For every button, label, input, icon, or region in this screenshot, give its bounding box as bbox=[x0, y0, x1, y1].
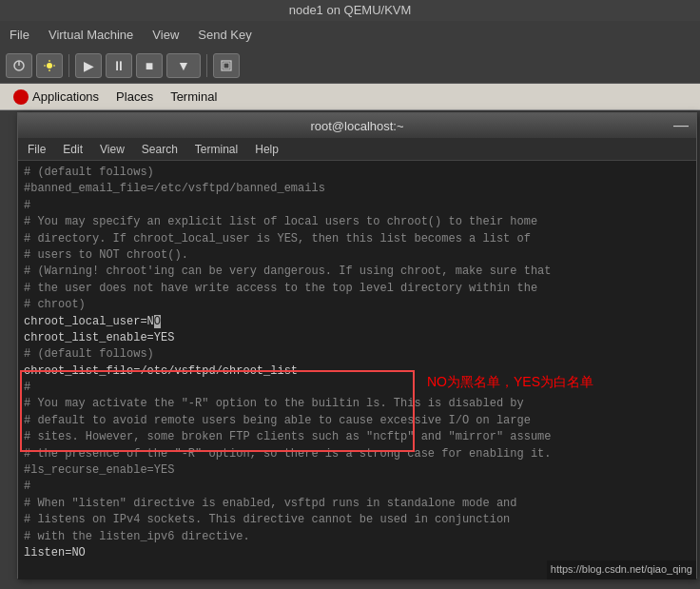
toolbar-sep1 bbox=[68, 54, 69, 77]
annotation-text: NO为黑名单，YES为白名单 bbox=[427, 372, 593, 391]
terminal-line: chroot_local_user=NO bbox=[24, 314, 690, 330]
terminal-line: # bbox=[24, 198, 690, 214]
terminal-menubar: File Edit View Search Terminal Help bbox=[18, 138, 696, 161]
tb-play[interactable]: ▶ bbox=[75, 53, 102, 78]
terminal-line: # listens on IPv4 sockets. This directiv… bbox=[24, 512, 690, 528]
host-menu: File Virtual Machine View Send Key bbox=[0, 21, 700, 48]
app-bar-terminal-label: Terminal bbox=[170, 89, 217, 104]
svg-rect-8 bbox=[224, 63, 229, 69]
toolbar: ▶ ⏸ ■ ▼ bbox=[0, 48, 700, 84]
watermark: https://blog.csdn.net/qiao_qing bbox=[547, 560, 696, 579]
terminal-line: # chroot) bbox=[24, 297, 690, 313]
term-menu-edit[interactable]: Edit bbox=[59, 142, 87, 157]
terminal-line: listen=NO bbox=[24, 545, 690, 561]
terminal-line: chroot_list_enable=YES bbox=[24, 330, 690, 346]
tb-dropdown[interactable]: ▼ bbox=[166, 53, 201, 78]
toolbar-sep2 bbox=[206, 54, 207, 77]
terminal-line: # (default follows) bbox=[24, 346, 690, 363]
app-icon bbox=[13, 89, 29, 105]
host-menu-vm[interactable]: Virtual Machine bbox=[43, 26, 139, 44]
terminal-line: # sites. However, some broken FTP client… bbox=[24, 429, 690, 445]
term-menu-help[interactable]: Help bbox=[251, 142, 282, 157]
terminal-line: # directory. If chroot_local_user is YES… bbox=[24, 231, 690, 247]
tb-stop[interactable]: ■ bbox=[136, 53, 163, 78]
host-menu-sendkey[interactable]: Send Key bbox=[192, 26, 257, 44]
terminal-line: # You may specify an explicit list of lo… bbox=[24, 214, 690, 230]
tb-power[interactable] bbox=[6, 53, 32, 78]
terminal-line: # When "listen" directive is enabled, vs… bbox=[24, 496, 690, 512]
terminal-line: #banned_email_file=/etc/vsftpd/banned_em… bbox=[24, 181, 690, 197]
terminal-line: #ls_recurse_enable=YES bbox=[24, 462, 690, 479]
terminal-line: # You may activate the "-R" option to th… bbox=[24, 396, 690, 412]
svg-point-2 bbox=[47, 63, 52, 69]
title-bar: node1 on QEMU/KVM bbox=[0, 0, 700, 21]
term-menu-view[interactable]: View bbox=[96, 142, 128, 157]
terminal-lines: # (default follows)#banned_email_file=/e… bbox=[24, 165, 690, 561]
terminal-title-text: root@localhost:~ bbox=[310, 119, 403, 133]
terminal-line: # (default follows) bbox=[24, 165, 690, 181]
terminal-window: root@localhost:~ — File Edit View Search… bbox=[17, 112, 697, 579]
terminal-line: # the user does not have write access to… bbox=[24, 281, 690, 297]
app-bar-places[interactable]: Places bbox=[108, 84, 161, 109]
title-text: node1 on QEMU/KVM bbox=[289, 3, 412, 17]
terminal-content[interactable]: # (default follows)#banned_email_file=/e… bbox=[18, 161, 696, 579]
terminal-line: # (Warning! chroot'ing can be very dange… bbox=[24, 264, 690, 280]
app-bar: Applications Places Terminal bbox=[0, 84, 700, 110]
terminal-line: # the presence of the "-R" option, so th… bbox=[24, 446, 690, 462]
terminal-line: # users to NOT chroot(). bbox=[24, 247, 690, 264]
tb-light[interactable] bbox=[36, 53, 63, 78]
terminal-minimize-button[interactable]: — bbox=[673, 117, 689, 134]
term-menu-search[interactable]: Search bbox=[138, 142, 182, 157]
terminal-line: # default to avoid remote users being ab… bbox=[24, 413, 690, 429]
host-menu-view[interactable]: View bbox=[146, 26, 185, 44]
host-menu-file[interactable]: File bbox=[4, 26, 35, 44]
app-bar-applications-label: Applications bbox=[32, 89, 99, 104]
cursor: O bbox=[154, 315, 161, 328]
app-bar-places-label: Places bbox=[116, 89, 153, 104]
terminal-titlebar: root@localhost:~ — bbox=[18, 113, 696, 138]
terminal-line: # bbox=[24, 479, 690, 495]
term-menu-file[interactable]: File bbox=[24, 142, 49, 157]
app-bar-applications[interactable]: Applications bbox=[6, 84, 107, 109]
tb-fullscreen[interactable] bbox=[213, 53, 240, 78]
term-menu-terminal[interactable]: Terminal bbox=[191, 142, 242, 157]
terminal-line: # with the listen_ipv6 directive. bbox=[24, 529, 690, 545]
tb-pause[interactable]: ⏸ bbox=[106, 53, 132, 78]
app-bar-terminal[interactable]: Terminal bbox=[163, 84, 224, 109]
